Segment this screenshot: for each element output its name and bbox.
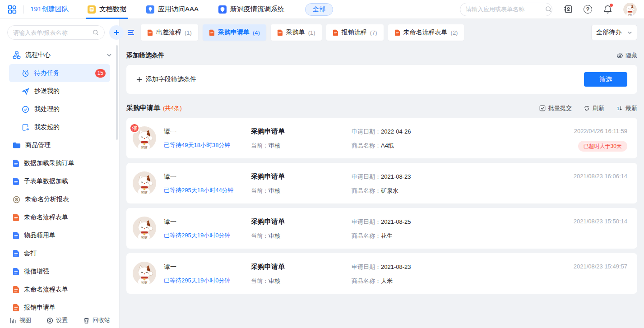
submit-timestamp: 2021/08/23 16:06:14: [574, 172, 627, 181]
chip-label: 出差流程: [156, 28, 181, 37]
sidebar-search[interactable]: [7, 25, 105, 40]
filter-builder-card: 添加字段筛选条件 筛选: [126, 65, 637, 94]
waiting-duration-link[interactable]: 已等待295天18小时44分钟: [164, 186, 251, 195]
collapse-list-icon[interactable]: [126, 28, 135, 37]
sidebar-item-unnamed-process-form-2[interactable]: 未命名流程表单: [0, 281, 119, 299]
sidebar-item-started-by-me[interactable]: 我发起的: [9, 118, 110, 136]
all-filter-pill[interactable]: 全部: [305, 3, 333, 16]
sidebar-search-input[interactable]: [13, 29, 93, 36]
search-icon: [93, 29, 99, 36]
notification-bell-icon[interactable]: [603, 5, 612, 14]
chip-business-trip-flow[interactable]: 出差流程 (1): [141, 24, 198, 41]
task-card[interactable]: 催 谭一 已等待49天18小时38分钟 采购申请单 当前：审核 申请日期：202…: [126, 118, 637, 158]
hide-filters-button[interactable]: 隐藏: [616, 51, 637, 60]
scope-dropdown[interactable]: 全部待办: [591, 25, 637, 40]
apply-date-label: 申请日期：: [352, 128, 381, 135]
waiting-duration-link[interactable]: 已等待49天18小时38分钟: [164, 141, 251, 150]
batch-submit-label: 批量提交: [548, 104, 572, 112]
chip-purchase-order[interactable]: 采购单 (1): [271, 24, 322, 41]
applicant-name: 谭一: [164, 127, 251, 136]
sidebar-item-template-print[interactable]: 套打: [0, 245, 119, 263]
process-form-file-icon: [13, 304, 19, 312]
current-step-label: 当前：: [251, 187, 269, 194]
apps-grid-icon[interactable]: [7, 5, 17, 14]
chip-label: 报销流程: [342, 28, 367, 37]
task-card[interactable]: 谭一 已等待295天19小时0分钟 采购申请单 当前：审核 申请日期：2021-…: [126, 253, 637, 294]
add-field-filter-button[interactable]: 添加字段筛选条件: [136, 75, 196, 83]
apply-date-value: 2022-04-26: [381, 128, 411, 135]
sidebar-item-product-management[interactable]: 商品管理: [0, 136, 119, 154]
refresh-button[interactable]: 刷新: [584, 104, 604, 112]
scope-dropdown-value: 全部待办: [596, 28, 621, 37]
applicant-avatar: [133, 262, 156, 285]
sidebar-scrollbar[interactable]: [116, 45, 118, 140]
global-search[interactable]: [460, 3, 552, 16]
global-search-input[interactable]: [466, 6, 545, 13]
task-card[interactable]: 谭一 已等待295天18小时44分钟 采购申请单 当前：审核 申请日期：2021…: [126, 163, 637, 203]
product-name-value: A4纸: [381, 142, 394, 149]
topbar-tab-covid-system[interactable]: 新冠疫情流调系统: [218, 0, 284, 19]
chevron-down-icon: [627, 30, 632, 35]
process-form-file-icon: [333, 29, 338, 36]
sidebar-item-subform-data-load[interactable]: 子表单数据加载: [0, 172, 119, 190]
sidebar-item-data-load-purchase-order[interactable]: 数据加载采购订单: [0, 154, 119, 172]
sidebar-item-wechat-enhance[interactable]: 微信增强: [0, 263, 119, 281]
apply-filter-button[interactable]: 筛选: [584, 72, 627, 87]
batch-submit-button[interactable]: 批量提交: [539, 104, 572, 112]
sidebar-item-unnamed-report[interactable]: 未命名分析报表: [0, 190, 119, 208]
topbar-tab-doc-data[interactable]: 文档数据: [88, 0, 126, 19]
plus-icon: [136, 77, 142, 83]
topbar-tab-app-access[interactable]: 应用访问AAA: [146, 0, 199, 19]
chip-purchase-request[interactable]: 采购申请单 (4): [203, 24, 266, 41]
task-card[interactable]: 谭一 已等待295天19小时0分钟 采购申请单 当前：审核 申请日期：2021-…: [126, 208, 637, 249]
contacts-icon[interactable]: [563, 5, 573, 14]
product-name-value: 花生: [381, 232, 393, 239]
recycle-bin-button[interactable]: 回收站: [83, 316, 110, 324]
avatar-wrap: [133, 217, 156, 240]
eye-off-icon: [616, 52, 623, 59]
chevron-down-icon: [107, 52, 112, 58]
chip-unnamed-process-form[interactable]: 未命名流程表单 (2): [388, 24, 464, 41]
apply-date-label: 申请日期：: [352, 173, 381, 180]
doc-app-icon: [88, 5, 96, 14]
item-label: 微信增强: [24, 268, 49, 276]
sort-newest-button[interactable]: 1 最新: [616, 104, 637, 112]
todo-count-badge: 15: [95, 69, 106, 78]
sidebar-group-process-center[interactable]: 流程中心: [0, 46, 119, 64]
sidebar-item-cc-to-me[interactable]: 抄送我的: [9, 82, 110, 100]
add-field-label: 添加字段筛选条件: [146, 75, 196, 83]
help-icon[interactable]: ?: [584, 5, 592, 14]
apply-date-label: 申请日期：: [352, 218, 381, 225]
sidebar-item-item-requisition[interactable]: 物品领用单: [0, 226, 119, 245]
form-file-icon: [13, 231, 19, 240]
sidebar-footer: 视图 设置 回收站: [0, 312, 119, 328]
waiting-duration-link[interactable]: 已等待295天19小时0分钟: [164, 276, 251, 285]
sidebar-item-handled-by-me[interactable]: 我处理的: [9, 100, 110, 118]
form-name: 采购申请单: [251, 262, 352, 271]
chip-reimbursement-flow[interactable]: 报销流程 (7): [326, 24, 384, 41]
submit-timestamp: 2022/04/26 16:11:59: [574, 127, 627, 136]
applicant-avatar: [133, 217, 156, 240]
footer-label: 视图: [19, 316, 31, 324]
submit-timestamp: 2021/08/23 15:49:57: [574, 262, 627, 271]
org-chart-icon: [13, 51, 21, 59]
chip-count: (7): [370, 29, 377, 36]
sidebar-item-unnamed-process-form-1[interactable]: 未命名流程表单: [0, 208, 119, 226]
sidebar-item-todo-tasks[interactable]: 待办任务 15: [9, 64, 110, 82]
item-label: 未命名流程表单: [24, 286, 68, 294]
submit-timestamp: 2021/08/23 15:50:14: [574, 217, 627, 226]
sidebar: 流程中心 待办任务 15 抄送我的 我处理的: [0, 19, 120, 328]
team-name[interactable]: 191创建团队: [30, 5, 69, 14]
views-button[interactable]: 视图: [10, 316, 31, 324]
apply-date-value: 2021-08-25: [381, 218, 411, 225]
settings-button[interactable]: 设置: [46, 316, 68, 324]
user-avatar[interactable]: [623, 3, 637, 16]
product-name-label: 商品名称：: [352, 187, 381, 194]
current-step-value: 审核: [269, 232, 280, 239]
item-label: 未命名流程表单: [24, 213, 68, 222]
refresh-icon: [584, 105, 590, 111]
avatar-wrap: [133, 262, 156, 285]
item-label: 报销申请单: [24, 304, 56, 312]
waiting-duration-link[interactable]: 已等待295天19小时0分钟: [164, 231, 251, 240]
add-button[interactable]: [109, 25, 124, 40]
